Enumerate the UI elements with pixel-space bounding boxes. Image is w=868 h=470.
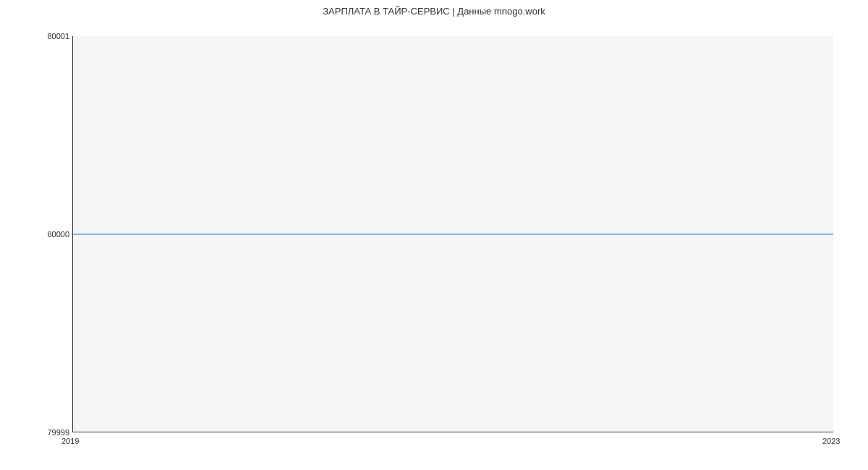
- x-tick-label: 2023: [822, 437, 840, 445]
- chart-title: ЗАРПЛАТА В ТАЙР-СЕРВИС | Данные mnogo.wo…: [0, 6, 868, 17]
- y-tick-label: 79999: [47, 428, 69, 437]
- y-tick-label: 80001: [47, 32, 69, 40]
- plot-area: [72, 36, 833, 432]
- y-tick-label: 80000: [47, 230, 69, 239]
- x-tick-label: 2019: [61, 437, 79, 445]
- data-line: [73, 234, 833, 235]
